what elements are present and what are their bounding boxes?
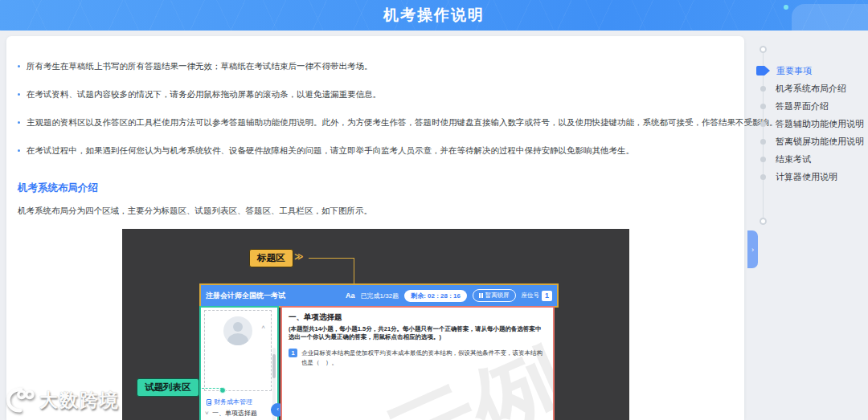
- toc-nav-label: 暂离锁屏功能使用说明: [776, 136, 864, 148]
- section-intro: 机考系统布局分为四个区域，主要分为标题区、试题列表区、答题区、工具栏区，如下图所…: [18, 206, 372, 217]
- note-text: 主观题的资料区以及作答区的工具栏使用方法可以参考答题辅助功能使用说明。此外，为方…: [27, 118, 778, 127]
- pause-lock-button: 暂离锁屏: [473, 289, 516, 302]
- toc-nav-item[interactable]: 重要事项: [754, 65, 812, 76]
- note-text: 所有考生在草稿纸上书写的所有答题结果一律无效；草稿纸在考试结束后一律不得带出考场…: [27, 62, 373, 71]
- timeline-dot-icon: [760, 86, 766, 92]
- site-watermark-logo: 大数跨境: [5, 386, 120, 414]
- timeline-dot-icon: [760, 174, 766, 180]
- bullet-dot-icon: [18, 93, 20, 96]
- callout-connector-line: [309, 258, 354, 259]
- toc-nav-item[interactable]: 计算器使用说明: [754, 171, 837, 182]
- timeline-endpoint-icon: [760, 218, 767, 225]
- question-instructions: (本题型共14小题，每小题1.5分，共21分。每小题只有一个正确答案，请从每小题…: [289, 325, 547, 341]
- candidate-info-box: ˄: [204, 310, 272, 391]
- exam-titlebar: 注册会计师全国统一考试 Aa 已完成1/32题 剩余: 02 : 28 : 16…: [201, 285, 557, 306]
- content-card: 所有考生在草稿纸上书写的所有答题结果一律无效；草稿纸在考试结束后一律不得带出考场…: [6, 36, 744, 420]
- toc-nav-item[interactable]: 暂离锁屏功能使用说明: [754, 136, 864, 147]
- callout-connector-dashed-line: [202, 388, 223, 389]
- timeline-endpoint-icon: [760, 46, 767, 53]
- logo-swirl-icon: [5, 386, 35, 414]
- exam-title: 注册会计师全国统一考试: [206, 291, 285, 301]
- page-title: 机考操作说明: [0, 0, 868, 31]
- toc-nav-label: 机考系统布局介绍: [776, 83, 846, 95]
- question-tree-item: ˅ 一、单项选择题: [205, 409, 257, 418]
- bullet-dot-icon: [18, 65, 20, 67]
- note-text: 在考试资料、试题内容较多的情况下，请务必用鼠标拖动屏幕的滚动条，以避免遗漏重要信…: [27, 90, 381, 99]
- note-item: 所有考生在草稿纸上书写的所有答题结果一律无效；草稿纸在考试结束后一律不得带出考场…: [18, 62, 735, 71]
- note-item: 主观题的资料区以及作答区的工具栏使用方法可以参考答题辅助功能使用说明。此外，为方…: [18, 118, 735, 127]
- title-area-callout: 标题区: [249, 249, 293, 267]
- subject-link: 财务成本管理: [207, 398, 252, 406]
- toc-nav-label: 答题辅助功能使用说明: [776, 118, 864, 130]
- important-notes-list: 所有考生在草稿纸上书写的所有答题结果一律无效；草稿纸在考试结束后一律不得带出考场…: [18, 62, 735, 174]
- timeline-dot-icon: [760, 139, 766, 145]
- layout-figure-image: 标题区 ≫ 注册会计师全国统一考试 Aa 已完成1/32题 剩余: 02 : 2…: [122, 229, 629, 420]
- question-row: 1 企业目标资本结构是使加权平均资本成本最低的资本结构，假设其他条件不变，该资本…: [289, 349, 547, 368]
- exam-titlebar-highlight: 注册会计师全国统一考试 Aa 已完成1/32题 剩余: 02 : 28 : 16…: [199, 283, 559, 308]
- note-item: 在考试过程中，如果遇到任何您认为与机考系统软件、设备硬件故障相关的问题，请立即举…: [18, 146, 735, 155]
- chevron-right-icon: ›: [751, 246, 754, 254]
- question-tree-label: 一、单项选择题: [212, 410, 257, 417]
- toc-nav-item[interactable]: 答题界面介绍: [754, 100, 829, 112]
- pause-lock-label: 暂离锁屏: [485, 292, 510, 300]
- toc-nav-item[interactable]: 结束考试: [754, 153, 811, 165]
- section-heading: 机考系统布局介绍: [18, 181, 98, 195]
- chevron-down-icon: ˅: [205, 410, 209, 417]
- subject-link-label: 财务成本管理: [214, 398, 252, 406]
- callout-chevron-icon: ≫: [294, 251, 302, 262]
- question-number-badge: 1: [289, 349, 297, 357]
- toc-nav-label: 计算器使用说明: [776, 171, 837, 183]
- seat-label: 座位号: [522, 292, 540, 300]
- bullet-dot-icon: [18, 149, 20, 152]
- toc-nav-label: 重要事项: [776, 65, 812, 77]
- page: 机考操作说明 所有考生在草稿纸上书写的所有答题结果一律无效；草稿纸在考试结束后一…: [0, 0, 868, 420]
- question-type-title: 一、单项选择题: [289, 312, 547, 323]
- question-text: 企业目标资本结构是使加权平均资本成本最低的资本结构，假设其他条件不变，该资本结构…: [301, 349, 542, 368]
- header-bar: 机考操作说明: [0, 0, 868, 31]
- chevron-up-icon: ˄: [261, 324, 265, 331]
- pause-icon: [479, 293, 483, 298]
- note-text: 在考试过程中，如果遇到任何您认为与机考系统软件、设备硬件故障相关的问题，请立即举…: [27, 146, 634, 155]
- bullet-dot-icon: [18, 121, 20, 124]
- timeline-dot-icon: [760, 121, 766, 127]
- toc-sidebar: 重要事项 机考系统布局介绍 答题界面介绍 答题辅助功能使用说明 暂离锁屏功能使用…: [754, 44, 868, 237]
- font-size-icon: Aa: [346, 292, 355, 300]
- time-remaining-badge: 剩余: 02 : 28 : 16: [404, 290, 467, 302]
- timeline-dot-icon: [760, 157, 766, 162]
- sidebar-expand-tab[interactable]: ›: [747, 230, 758, 268]
- answer-area-panel: 一、单项选择题 (本题型共14小题，每小题1.5分，共21分。每小题只有一个正确…: [280, 306, 555, 420]
- question-list-panel: ˄ 财务成本管理 ˅ 一、单项选择题: [199, 306, 279, 420]
- note-item: 在考试资料、试题内容较多的情况下，请务必用鼠标拖动屏幕的滚动条，以避免遗漏重要信…: [18, 90, 735, 99]
- watermark-text: 大数跨境: [39, 388, 120, 413]
- toc-nav-item[interactable]: 机考系统布局介绍: [754, 83, 846, 94]
- seat-number-area: 座位号 1: [522, 291, 553, 301]
- seat-number-badge: 1: [542, 291, 552, 301]
- toc-nav-label: 结束考试: [776, 153, 811, 165]
- exam-progress: 已完成1/32题: [361, 292, 399, 300]
- timeline-dot-icon: [760, 104, 766, 109]
- active-arrow-icon: [756, 66, 770, 75]
- document-icon: [207, 399, 211, 406]
- candidate-avatar: [223, 316, 252, 345]
- toc-nav-label: 答题界面介绍: [776, 100, 829, 112]
- toc-nav-item[interactable]: 答题辅助功能使用说明: [754, 118, 864, 129]
- callout-chevron-icon: ≫: [190, 381, 198, 391]
